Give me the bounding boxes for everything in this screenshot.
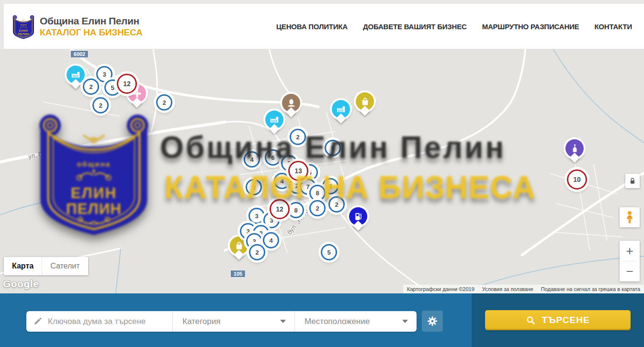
google-logo[interactable]: Google <box>3 278 39 290</box>
map-cluster-marker[interactable]: 4 <box>244 151 260 168</box>
advanced-search-button[interactable] <box>422 311 443 332</box>
map-cluster-marker[interactable]: 8 <box>309 185 326 201</box>
chevron-down-icon <box>402 320 408 323</box>
map-cluster-marker[interactable]: 2 <box>328 196 345 213</box>
map-cluster-marker[interactable]: 5 <box>325 140 341 156</box>
map-pin-marker[interactable] <box>565 139 584 157</box>
gear-icon <box>427 315 438 327</box>
map-type-control: Карта Сателит <box>4 257 88 275</box>
municipality-crest-logo <box>12 12 35 40</box>
lock-icon <box>628 177 637 185</box>
map-pin-marker[interactable] <box>332 100 350 118</box>
fuel-icon <box>353 211 364 222</box>
logo-text: Община Елин Пелин КАТАЛОГ НА БИЗНЕСА <box>40 15 143 38</box>
map-cluster-marker[interactable]: 12 <box>117 74 137 94</box>
map-cluster-marker[interactable]: 2 <box>309 200 326 216</box>
map-cluster-marker[interactable]: 2 <box>249 244 265 260</box>
map-type-satellite-button[interactable]: Сателит <box>42 257 88 275</box>
map-cluster-marker[interactable]: 12 <box>270 199 290 219</box>
zoom-out-button[interactable]: − <box>620 261 640 281</box>
street-view-pegman-button[interactable] <box>620 207 640 227</box>
main-nav: ЦЕНОВА ПОЛИТИКА ДОБАВЕТЕ ВАШИЯТ БИЗНЕС М… <box>276 22 632 31</box>
search-icon <box>526 315 536 325</box>
category-dropdown[interactable]: Категория <box>172 311 294 332</box>
map-cluster-marker[interactable]: 2 <box>290 129 306 145</box>
map-cluster-marker[interactable]: 4 <box>274 173 290 189</box>
map-cluster-marker[interactable]: 6 <box>265 149 281 166</box>
map-zoom-control: + − <box>620 241 640 281</box>
search-button-label: ТЪРСЕНЕ <box>542 315 589 325</box>
lock-button[interactable] <box>625 174 640 188</box>
church-icon <box>569 143 580 154</box>
chevron-down-icon <box>280 320 286 323</box>
page-left-strip <box>0 0 4 49</box>
map-cluster-marker[interactable]: 2 <box>246 179 262 195</box>
report-error-link[interactable]: Подаване на сигнал за грешка в картата <box>541 286 640 292</box>
nav-item-route-schedule[interactable]: МАРШРУТНО РАЗПИСАНИЕ <box>482 22 579 31</box>
road-label: 6002 <box>70 50 89 58</box>
factory-icon <box>269 114 280 125</box>
map[interactable]: 325122225467135422748221283338342510 600… <box>0 49 644 293</box>
map-cluster-marker[interactable]: 13 <box>288 161 308 181</box>
search-button[interactable]: ТЪРСЕНЕ <box>485 310 631 330</box>
map-pin-marker[interactable] <box>356 92 374 111</box>
map-pin-marker[interactable] <box>67 66 85 84</box>
search-submit-panel: ТЪРСЕНЕ <box>472 293 644 347</box>
factory-icon <box>70 69 81 80</box>
map-data-copyright: Картографски данни ©2019 <box>407 286 475 292</box>
header: Община Елин Пелин КАТАЛОГ НА БИЗНЕСА ЦЕН… <box>0 4 644 49</box>
map-cluster-marker[interactable]: 2 <box>92 97 109 113</box>
keyword-field <box>26 311 172 332</box>
bag-icon <box>360 96 371 107</box>
site-subtitle: КАТАЛОГ НА БИЗНЕСА <box>40 27 143 38</box>
zoom-in-button[interactable]: + <box>620 241 640 261</box>
map-pin-marker[interactable] <box>230 236 248 255</box>
pegman-icon <box>622 210 637 224</box>
map-pin-marker[interactable] <box>349 207 367 225</box>
bag-icon <box>234 240 245 251</box>
terms-link[interactable]: Условия за ползване <box>482 286 533 292</box>
page: Община Елин Пелин КАТАЛОГ НА БИЗНЕСА ЦЕН… <box>0 0 644 347</box>
map-pin-marker[interactable] <box>265 111 283 129</box>
pencil-icon <box>33 317 42 326</box>
map-type-map-button[interactable]: Карта <box>4 257 42 275</box>
worker-icon <box>286 98 297 109</box>
nav-item-pricing[interactable]: ЦЕНОВА ПОЛИТИКА <box>276 22 348 31</box>
location-dropdown[interactable]: Местоположение <box>294 311 417 332</box>
site-logo[interactable]: Община Елин Пелин КАТАЛОГ НА БИЗНЕСА <box>12 12 143 40</box>
map-cluster-marker[interactable]: 3 <box>249 208 265 224</box>
nav-item-contacts[interactable]: КОНТАКТИ <box>594 22 632 31</box>
search-fields-panel: Категория Местоположение <box>0 293 472 347</box>
search-pill: Категория Местоположение <box>26 311 417 332</box>
map-attribution: Картографски данни ©2019 Условия за полз… <box>403 285 644 293</box>
map-pin-marker[interactable] <box>282 94 300 112</box>
map-cluster-marker[interactable]: 2 <box>83 78 99 95</box>
road-label: 105 <box>230 270 246 278</box>
map-cluster-marker[interactable]: 8 <box>288 202 304 218</box>
category-dropdown-value: Категория <box>182 317 280 326</box>
location-dropdown-value: Местоположение <box>305 317 402 326</box>
map-cluster-marker[interactable]: 4 <box>263 232 279 248</box>
page-top-strip <box>0 0 644 4</box>
factory-icon <box>336 104 347 115</box>
site-title: Община Елин Пелин <box>40 15 143 27</box>
map-cluster-marker[interactable]: 2 <box>156 94 172 111</box>
keyword-search-input[interactable] <box>48 317 167 326</box>
nav-item-add-business[interactable]: ДОБАВЕТЕ ВАШИЯТ БИЗНЕС <box>363 22 467 31</box>
map-cluster-marker[interactable]: 5 <box>321 244 337 260</box>
map-cluster-marker[interactable]: 10 <box>567 169 587 190</box>
search-bar: Категория Местоположение ТЪРСЕНЕ <box>0 293 644 347</box>
